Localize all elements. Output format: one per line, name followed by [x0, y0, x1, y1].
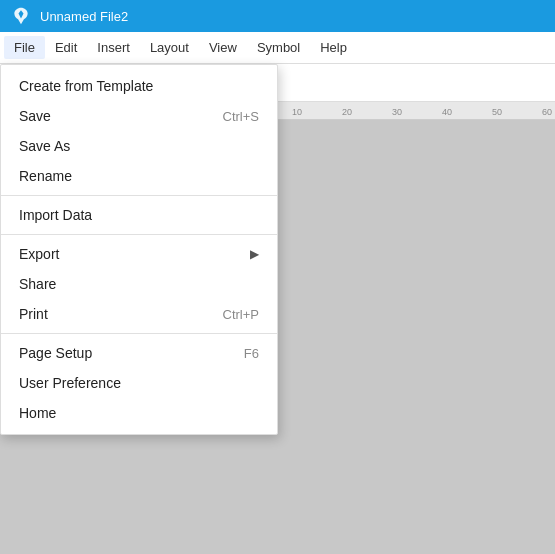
file-menu-item-home[interactable]: Home	[1, 398, 277, 428]
file-menu-item-share[interactable]: Share	[1, 269, 277, 299]
menu-view[interactable]: View	[199, 36, 247, 59]
file-menu-item-user-preference[interactable]: User Preference	[1, 368, 277, 398]
menu-item-label: Share	[19, 276, 56, 292]
file-menu-item-import-data[interactable]: Import Data	[1, 200, 277, 230]
file-dropdown-menu: Create from TemplateSaveCtrl+SSave AsRen…	[0, 64, 278, 435]
file-menu-item-print[interactable]: PrintCtrl+P	[1, 299, 277, 329]
menu-file[interactable]: File	[4, 36, 45, 59]
file-menu-item-create-from-template[interactable]: Create from Template	[1, 71, 277, 101]
menu-symbol[interactable]: Symbol	[247, 36, 310, 59]
menu-item-label: Save	[19, 108, 51, 124]
menu-help[interactable]: Help	[310, 36, 357, 59]
menu-item-shortcut: F6	[244, 346, 259, 361]
title-bar: Unnamed File2	[0, 0, 555, 32]
ruler-mark-40: 40	[440, 107, 490, 117]
menu-item-label: Create from Template	[19, 78, 153, 94]
menu-item-label: Print	[19, 306, 48, 322]
menu-layout[interactable]: Layout	[140, 36, 199, 59]
menu-insert[interactable]: Insert	[87, 36, 140, 59]
file-menu-item-page-setup[interactable]: Page SetupF6	[1, 338, 277, 368]
menu-item-label: User Preference	[19, 375, 121, 391]
menu-item-label: Save As	[19, 138, 70, 154]
file-menu-item-export[interactable]: Export▶	[1, 239, 277, 269]
ruler-mark-50: 50	[490, 107, 540, 117]
file-menu-item-save-as[interactable]: Save As	[1, 131, 277, 161]
app-logo	[10, 5, 32, 27]
menu-item-label: Rename	[19, 168, 72, 184]
app-title: Unnamed File2	[40, 9, 128, 24]
submenu-arrow-icon: ▶	[250, 247, 259, 261]
ruler-mark-30: 30	[390, 107, 440, 117]
menu-divider	[1, 234, 277, 235]
menu-item-label: Import Data	[19, 207, 92, 223]
menu-item-label: Export	[19, 246, 59, 262]
menu-edit[interactable]: Edit	[45, 36, 87, 59]
menu-item-label: Home	[19, 405, 56, 421]
file-menu-item-save[interactable]: SaveCtrl+S	[1, 101, 277, 131]
menu-bar: File Edit Insert Layout View Symbol Help	[0, 32, 555, 64]
ruler-marks: 10 20 30 40 50 60	[290, 107, 555, 117]
ruler-mark-20: 20	[340, 107, 390, 117]
ruler-mark-60: 60	[540, 107, 555, 117]
menu-item-shortcut: Ctrl+P	[223, 307, 259, 322]
ruler-mark-10: 10	[290, 107, 340, 117]
menu-divider	[1, 333, 277, 334]
menu-divider	[1, 195, 277, 196]
menu-item-label: Page Setup	[19, 345, 92, 361]
file-menu-item-rename[interactable]: Rename	[1, 161, 277, 191]
menu-item-shortcut: Ctrl+S	[223, 109, 259, 124]
